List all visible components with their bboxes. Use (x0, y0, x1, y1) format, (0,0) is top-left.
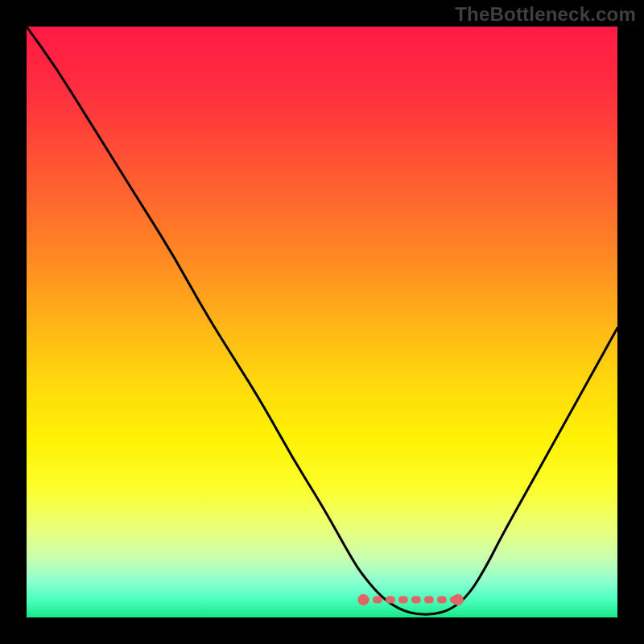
plot-background (27, 27, 617, 617)
chart-frame: TheBottleneck.com (0, 0, 644, 644)
bottleneck-chart (0, 0, 644, 644)
optimum-band-end-dot (452, 594, 464, 605)
optimum-band-start-dot (357, 594, 369, 605)
watermark-text: TheBottleneck.com (455, 3, 636, 26)
